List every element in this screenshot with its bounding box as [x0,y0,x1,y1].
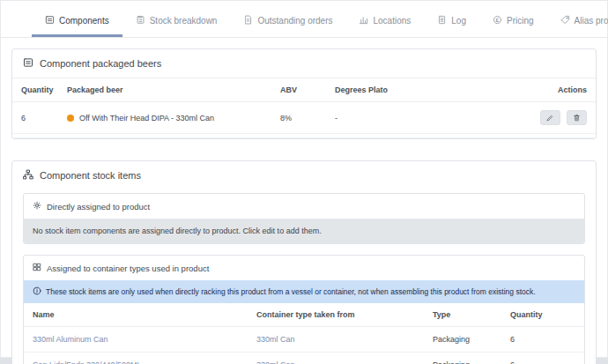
stock-items-title: Component stock items [40,170,141,181]
gear-icon [33,201,41,212]
beer-name[interactable]: Off With Their Head DIPA - 330ml Can [79,114,214,123]
box-icon [23,57,33,70]
tab-label: Alias products [575,16,608,26]
tag-icon [560,15,570,26]
container-types-header: Assigned to container types used in prod… [24,256,584,280]
product-detail-panel: Components Stock breakdown Outstanding o… [0,0,608,358]
directly-assigned-header: Directly assigned to product [24,194,584,219]
col-degrees-plato: Degrees Plato [326,78,520,102]
table-row: 330ml Aluminum Can 330ml Can Packaging 6 [24,327,584,353]
clipboard-icon [136,15,145,26]
col-packaged-beer: Packaged beer [58,78,271,102]
stock-item-type: Packaging [424,327,501,353]
tab-locations[interactable]: Locations [345,10,424,37]
tab-label: Components [59,16,109,26]
packaged-beers-card: Component packaged beers Quantity Packag… [11,48,597,139]
tab-alias-products[interactable]: Alias products [547,10,608,37]
components-icon [45,15,55,26]
boxes-grid-icon [33,263,41,273]
stock-item-link[interactable]: Can Lids/Ends 330/440/500ML [33,360,142,364]
beer-status-dot [67,115,74,122]
container-type-link[interactable]: 330ml Can [256,335,295,344]
packaged-beers-table: Quantity Packaged beer ABV Degrees Plato… [12,78,596,138]
tab-pricing[interactable]: Pricing [479,10,547,37]
coin-icon [493,15,502,26]
info-banner: These stock items are only used when dir… [24,280,584,303]
stock-items-header: Component stock items [12,161,596,189]
tab-label: Log [451,16,466,26]
col-quantity: Quantity [501,303,584,327]
tab-label: Pricing [507,16,534,26]
stock-item-type: Packaging [424,353,501,364]
col-actions: Actions [520,78,596,102]
delete-button[interactable] [567,110,587,125]
beer-quantity: 6 [12,102,58,134]
col-name: Name [24,303,248,327]
stock-items-card: Component stock items Directly assigned … [11,160,597,364]
container-types-table: Name Container type taken from Type Quan… [24,303,584,364]
table-row: 6 Off With Their Head DIPA - 330ml Can 8… [12,102,596,134]
tab-label: Locations [373,16,411,26]
info-banner-text: These stock items are only used when dir… [46,287,536,296]
container-types-card: Assigned to container types used in prod… [23,255,585,364]
directly-assigned-title: Directly assigned to product [47,202,150,212]
beer-degrees-plato: - [326,102,520,134]
log-icon [437,15,447,26]
stock-item-quantity: 6 [501,327,584,353]
packaged-beers-header: Component packaged beers [12,49,596,78]
tab-bar: Components Stock breakdown Outstanding o… [1,1,607,38]
sitemap-icon [23,169,33,182]
tab-components[interactable]: Components [32,10,122,37]
table-row: Can Lids/Ends 330/440/500ML 330ml Can Pa… [24,353,584,364]
container-type-link[interactable]: 330ml Can [256,360,295,364]
col-abv: ABV [271,78,326,102]
tab-log[interactable]: Log [424,10,479,37]
document-icon [243,15,253,26]
col-quantity: Quantity [12,78,58,102]
empty-message: No stock item components are assigned di… [24,219,584,243]
bar-chart-icon [359,15,368,26]
stock-item-quantity: 6 [501,353,584,364]
col-type: Type [424,303,501,327]
tab-label: Stock breakdown [150,16,218,26]
tab-outstanding-orders[interactable]: Outstanding orders [230,10,345,37]
beer-abv: 8% [271,102,326,134]
directly-assigned-card: Directly assigned to product No stock it… [23,193,585,244]
container-types-title: Assigned to container types used in prod… [47,264,209,273]
packaged-beers-title: Component packaged beers [40,58,161,69]
edit-button[interactable] [540,110,560,125]
info-icon [33,286,41,297]
stock-item-link[interactable]: 330ml Aluminum Can [33,335,108,344]
tab-stock-breakdown[interactable]: Stock breakdown [122,10,231,37]
col-container-type: Container type taken from [248,303,424,327]
tab-label: Outstanding orders [257,16,332,26]
